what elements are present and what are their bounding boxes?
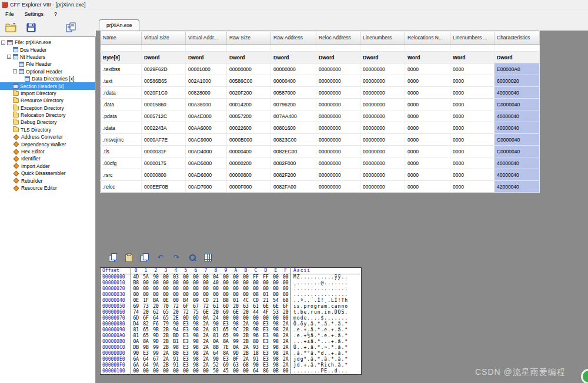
hex-ascii[interactable]: MZ..........ÿÿ.. [291, 274, 362, 281]
hex-byte[interactable]: F6 [151, 321, 161, 327]
hex-byte[interactable]: 90 [171, 321, 181, 327]
hex-byte[interactable]: 90 [131, 351, 141, 357]
hex-byte[interactable]: 50 [211, 368, 221, 375]
hex-byte[interactable]: 91 [171, 362, 181, 368]
hex-byte[interactable]: 00 [231, 286, 241, 292]
section-cell[interactable]: 00000000 [360, 99, 405, 110]
column-header-relocations-n[interactable]: Relocations N... [405, 31, 450, 45]
section-cell[interactable]: 00057200 [227, 110, 271, 122]
hex-byte[interactable]: 00 [221, 292, 231, 298]
hex-byte[interactable]: 69 [221, 362, 231, 368]
hex-byte[interactable]: E3 [141, 351, 151, 357]
hex-byte[interactable]: 65 [161, 315, 171, 321]
hex-byte[interactable]: 00 [231, 280, 241, 286]
hex-byte[interactable]: 86 [261, 368, 271, 375]
section-cell[interactable]: 0029F62D [142, 63, 186, 75]
hex-byte[interactable]: 20 [281, 310, 291, 315]
section-cell[interactable]: 0020F200 [227, 87, 271, 99]
section-cell[interactable]: .msvcjmc [101, 134, 142, 146]
section-cell[interactable]: E00000A0 [495, 63, 540, 75]
hex-byte[interactable]: 4F [261, 310, 271, 315]
hex-byte[interactable]: 98 [171, 345, 181, 351]
hex-byte[interactable]: 72 [181, 310, 191, 315]
hex-byte[interactable]: 00 [281, 274, 291, 281]
hex-byte[interactable]: 00 [191, 292, 201, 298]
hex-byte[interactable]: 20 [211, 310, 221, 315]
hex-byte[interactable]: 80 [251, 339, 261, 345]
hex-byte[interactable]: 00 [241, 368, 251, 375]
section-cell[interactable]: .pdata [101, 110, 142, 122]
hex-byte[interactable]: 2A [281, 345, 291, 351]
hex-byte[interactable]: 6E [271, 304, 281, 310]
hex-ascii[interactable]: ...+±ã.*...+.ã.* [291, 339, 362, 345]
hex-byte[interactable]: 6F [281, 304, 291, 310]
hex-byte[interactable]: 6D [131, 315, 141, 321]
hex-byte[interactable]: 00 [271, 292, 281, 298]
hex-byte[interactable]: E3 [261, 339, 271, 345]
hex-ascii[interactable]: ¸.......@....... [291, 280, 362, 286]
tree-item-optional-header[interactable]: -Optional Header [0, 68, 95, 75]
section-cell[interactable]: 00000000 [360, 169, 405, 181]
section-row-reloc[interactable]: .reloc000EEF0B00AD70000000F0000082FA0000… [101, 181, 540, 193]
section-cell[interactable]: 00000000 [316, 146, 360, 157]
tree-item-file-header[interactable]: File Header [0, 61, 95, 68]
hex-byte[interactable]: 00 [161, 286, 171, 292]
hex-byte[interactable]: 2A [201, 321, 211, 327]
hex-byte[interactable]: 2A [161, 351, 171, 357]
section-row-rdata[interactable]: .rdata0020F1C0008280000020F2000058700000… [101, 87, 540, 99]
hex-byte[interactable]: 72 [201, 304, 211, 310]
hex-ascii[interactable]: jdg*.ã.*.ã.*.ã.* [291, 357, 362, 362]
hex-byte[interactable]: B0 [171, 351, 181, 357]
section-row-textbss[interactable]: .textbss0029F62D000010000000000000000000… [101, 63, 540, 75]
hex-byte[interactable]: 73 [141, 304, 151, 310]
hex-byte[interactable]: 00 [171, 286, 181, 292]
section-cell[interactable]: 00000000 [316, 99, 360, 110]
section-row-rsrc[interactable]: .rsrc0000080000AD6000000008000082F200000… [101, 169, 540, 181]
hex-byte[interactable]: 5A [141, 274, 151, 281]
hex-byte[interactable]: 00 [241, 280, 251, 286]
hex-byte[interactable]: 2A [201, 351, 211, 357]
hex-byte[interactable]: 69 [131, 304, 141, 310]
undo-icon[interactable]: ↶ [156, 253, 165, 261]
section-cell[interactable]: 00000000 [316, 75, 360, 87]
hex-byte[interactable]: 2A [201, 333, 211, 339]
hex-byte[interactable]: 45 [221, 368, 231, 375]
section-cell[interactable]: 00A38000 [186, 99, 227, 110]
hex-ascii[interactable]: Ô.öy.ã.*.ã.*.ã.* [291, 321, 362, 327]
hex-byte[interactable]: E3 [181, 345, 191, 351]
hex-byte[interactable]: E3 [181, 327, 191, 333]
hex-byte[interactable]: 00 [271, 315, 281, 321]
hex-byte[interactable]: 65 [141, 333, 151, 339]
section-cell[interactable]: .rdata [101, 87, 142, 99]
hex-byte[interactable]: 18 [251, 351, 261, 357]
hex-byte[interactable]: 00 [191, 286, 201, 292]
hex-byte[interactable]: E3 [221, 357, 231, 362]
hex-byte[interactable]: E3 [261, 333, 271, 339]
hex-byte[interactable]: E3 [181, 362, 191, 368]
hex-byte[interactable]: 00 [261, 315, 271, 321]
hex-byte[interactable]: 63 [241, 304, 251, 310]
hex-byte[interactable]: 81 [211, 327, 221, 333]
hex-byte[interactable]: 90 [251, 321, 261, 327]
hex-byte[interactable]: 68 [281, 298, 291, 304]
section-row-00cfg[interactable]: .00cfg0000017500AD5000000002000082F00000… [101, 157, 540, 169]
section-cell[interactable]: 0082F200 [271, 169, 316, 181]
hex-byte[interactable]: B1 [171, 339, 181, 345]
hex-byte[interactable]: E3 [181, 339, 191, 345]
hex-byte[interactable]: CD [201, 298, 211, 304]
hex-byte[interactable]: 98 [191, 339, 201, 345]
hex-byte[interactable]: 00 [161, 292, 171, 298]
hex-ascii[interactable]: ........PE..d... [291, 368, 362, 375]
hex-byte[interactable]: DB [131, 345, 141, 351]
hex-byte[interactable]: 00 [281, 286, 291, 292]
section-cell[interactable]: 00000000 [360, 122, 405, 134]
hex-byte[interactable]: 9A [151, 362, 161, 368]
hex-byte[interactable]: 93 [251, 345, 261, 351]
tree-item-resource-editor[interactable]: Resource Editor [0, 184, 95, 192]
section-cell[interactable]: 0000 [405, 169, 450, 181]
hex-byte[interactable]: 98 [271, 345, 281, 351]
hex-byte[interactable]: 24 [211, 315, 221, 321]
section-cell[interactable]: 0002243A [142, 122, 186, 134]
hex-byte[interactable]: 03 [171, 274, 181, 281]
hex-byte[interactable]: 00 [191, 368, 201, 375]
